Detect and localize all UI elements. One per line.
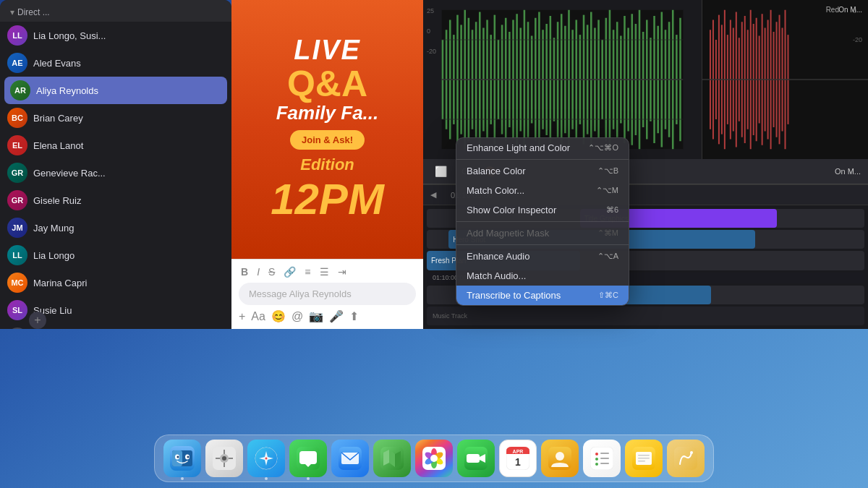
menu-item-label: Balance Color [467, 166, 526, 176]
messages-window: ▾ Direct ... LL Lia Longo, Susi... AE Al… [0, 0, 231, 329]
dock-item-mail[interactable] [331, 440, 369, 477]
list-item[interactable]: MC Marina Capri [0, 269, 231, 296]
strikethrough-button[interactable]: S [266, 265, 277, 278]
message-placeholder: Message Aliya Reynolds [249, 288, 352, 299]
message-input[interactable]: Message Aliya Reynolds [239, 283, 416, 305]
contact-list: LL Lia Longo, Susi... AE Aled Evans AR A… [0, 22, 231, 329]
align-left-button[interactable]: ≡ [302, 265, 312, 278]
menu-divider [456, 159, 629, 160]
avatar: AR [10, 80, 30, 100]
finder-icon [170, 446, 195, 471]
link-button[interactable]: 🔗 [281, 265, 298, 278]
maps-icon [380, 447, 404, 470]
contact-name: Brian Carey [33, 113, 83, 124]
poster-live-text: Live [294, 35, 360, 66]
contact-name: Jay Mung [33, 223, 74, 234]
dock-item-maps[interactable] [373, 440, 411, 477]
dock-item-photos[interactable] [415, 440, 453, 477]
svg-point-108 [222, 456, 226, 461]
svg-point-128 [430, 455, 438, 462]
left-waveform-panel: 25 0 -20 [423, 0, 702, 159]
avatar: BC [7, 108, 27, 128]
menu-item-label: Transcribe to Captions [467, 290, 561, 301]
messages-icon [297, 447, 320, 470]
list-button[interactable]: ☰ [318, 265, 331, 278]
sidebar-header: ▾ Direct ... [0, 0, 231, 22]
avatar: SL [7, 300, 27, 320]
clip-appearance-button[interactable]: ⬜ [430, 163, 451, 179]
contact-name: Elena Lanot [33, 140, 83, 151]
contact-name: Genevieve Rac... [33, 168, 106, 179]
voice-button[interactable]: 🎤 [329, 309, 344, 323]
svg-text:APR: APR [513, 449, 524, 454]
menu-item-shortcut: ⌘6 [606, 205, 618, 215]
menu-item-enhance-light-color[interactable]: Enhance Light and Color ⌃⌥⌘O [456, 138, 629, 158]
dock-item-calendar[interactable]: 1 APR [499, 440, 537, 477]
avatar: MC [7, 273, 27, 293]
dock-dot [265, 477, 268, 480]
list-item[interactable]: JM Jay Mung [0, 214, 231, 241]
svg-point-152 [690, 451, 693, 454]
list-item[interactable]: GR Genevieve Rac... [0, 159, 231, 187]
add-channel-button[interactable]: + [29, 312, 46, 329]
direct-section-label: ▾ Direct ... [7, 6, 224, 19]
menu-item-label: Match Color... [467, 185, 524, 196]
contact-name: Marina Capri [33, 278, 87, 288]
chat-window: Live Q&A Family Fa... Join & Ask! Editio… [231, 0, 423, 329]
text-format-button[interactable]: Aa [251, 310, 265, 323]
timeline-expand-button[interactable]: ◀ [430, 190, 436, 200]
svg-rect-130 [467, 454, 480, 463]
huddle-button[interactable]: 📷 [309, 309, 323, 323]
messages-sidebar: ▾ Direct ... LL Lia Longo, Susi... AE Al… [0, 0, 231, 329]
bold-button[interactable]: B [239, 265, 250, 278]
contact-name: Aled Evans [33, 58, 81, 69]
dock-item-contacts[interactable] [541, 440, 579, 477]
svg-rect-151 [674, 447, 697, 470]
list-item-active[interactable]: AR Aliya Reynolds [4, 77, 227, 104]
list-item[interactable]: AE Aled Evans [0, 49, 231, 77]
menu-item-match-audio[interactable]: Match Audio... [456, 266, 629, 286]
dock-item-messages[interactable] [289, 440, 327, 477]
list-item[interactable]: BC Brian Carey [0, 104, 231, 132]
dock-item-freeform[interactable] [667, 440, 705, 477]
dock-item-finder[interactable] [163, 440, 201, 477]
send-button[interactable]: ⬆ [349, 309, 359, 323]
menu-item-show-color-inspector[interactable]: Show Color Inspector ⌘6 [456, 200, 629, 220]
svg-rect-144 [600, 458, 609, 459]
list-item[interactable]: GR Gisele Ruiz [0, 187, 231, 214]
avatar: LL [7, 25, 27, 46]
menu-item-match-color[interactable]: Match Color... ⌃⌥M [456, 181, 629, 200]
poster-time-text: 12PM [271, 174, 384, 224]
italic-button[interactable]: I [255, 265, 262, 278]
list-item[interactable]: LL Lia Longo [0, 241, 231, 269]
menu-item-balance-color[interactable]: Balance Color ⌃⌥B [456, 161, 629, 181]
list-item[interactable]: EL Elena Lanot [0, 132, 231, 159]
direct-label-text: Direct ... [17, 7, 50, 17]
menu-item-label: Match Audio... [467, 270, 526, 281]
contact-name: Aliya Reynolds [36, 85, 98, 96]
join-and-ask-button[interactable]: Join & Ask! [290, 130, 365, 150]
menu-item-label: Show Color Inspector [467, 205, 556, 215]
indent-button[interactable]: ⇥ [336, 265, 349, 278]
svg-point-140 [595, 453, 598, 455]
music-track-label: Music Track [433, 312, 467, 320]
waveform-y-labels-left: 25 0 -20 [427, 7, 436, 55]
menu-item-enhance-audio[interactable]: Enhance Audio ⌃⌥A [456, 247, 629, 266]
svg-rect-143 [600, 453, 609, 454]
svg-point-116 [265, 458, 268, 460]
emoji-button[interactable]: 😊 [271, 309, 286, 323]
dock-item-reminders[interactable] [583, 440, 621, 477]
menu-item-transcribe-to-captions[interactable]: Transcribe to Captions ⇧⌘C [456, 286, 629, 305]
reminders-icon [590, 447, 613, 470]
svg-text:1: 1 [515, 456, 521, 468]
add-attachment-button[interactable]: + [239, 310, 245, 323]
context-menu: Enhance Light and Color ⌃⌥⌘O Balance Col… [456, 137, 629, 306]
mention-button[interactable]: @ [292, 310, 303, 323]
dock-item-facetime[interactable] [457, 440, 495, 477]
chat-content-area: Live Q&A Family Fa... Join & Ask! Editio… [231, 0, 423, 259]
list-item[interactable]: LL Lia Longo, Susi... [0, 22, 231, 49]
dock-item-safari[interactable] [247, 440, 285, 477]
dock-item-launchpad[interactable] [205, 440, 243, 477]
contact-name: Lia Longo, Susi... [33, 30, 106, 41]
dock-item-notes[interactable] [625, 440, 663, 477]
